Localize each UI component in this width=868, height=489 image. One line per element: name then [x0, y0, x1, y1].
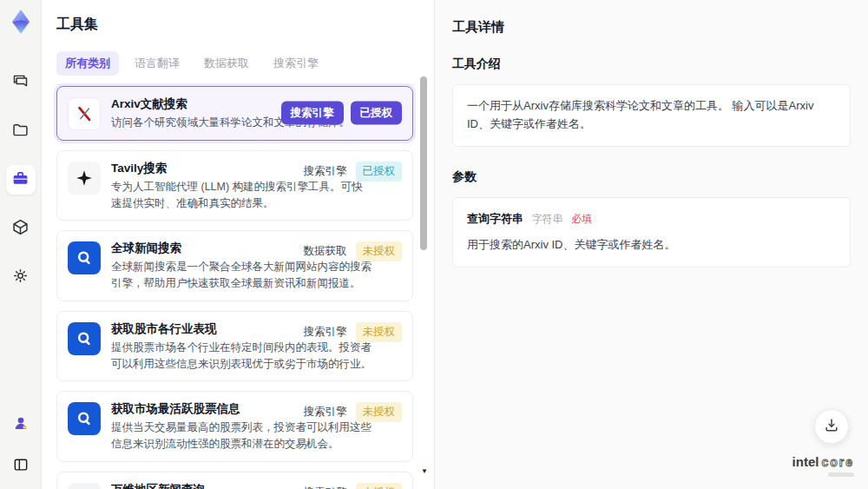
details-panel: 工具详情 工具介绍 一个用于从Arxiv存储库搜索科学论文和文章的工具。 输入可…: [434, 0, 868, 489]
intel-core-logo: intelcore: [792, 455, 854, 477]
sidebar: [0, 0, 42, 489]
intel-logo-sub-badge: [828, 472, 854, 477]
scrollbar-thumb[interactable]: [420, 76, 427, 250]
tool-card[interactable]: Arxiv文献搜索 访问各个研究领域大量科学论文和文章的存储库。 搜索引擎 已授…: [56, 86, 413, 141]
arxiv-logo-icon: [68, 97, 101, 130]
params-heading: 参数: [452, 169, 851, 185]
param-type: 字符串: [532, 213, 563, 225]
folder-icon: [11, 121, 30, 142]
tool-card[interactable]: Tavily搜索 专为人工智能代理 (LLM) 构建的搜索引擎工具。可快速提供实…: [56, 150, 413, 221]
param-required-badge: 必填: [571, 213, 592, 225]
tool-card-description: 全球新闻搜索是一个聚合全球各大新闻网站内容的搜索引擎，帮助用户快速获取全球最新资…: [111, 259, 373, 292]
tool-intro-text: 一个用于从Arxiv存储库搜索科学论文和文章的工具。 输入可以是Arxiv ID…: [452, 84, 851, 147]
tool-card[interactable]: 万维地区新闻查询 查询具体行政区划内的新闻，快速了解各地新闻动 搜索引擎 未授权: [56, 472, 413, 489]
sidebar-nav: [6, 68, 36, 292]
tool-card-description: 专为人工智能代理 (LLM) 构建的搜索引擎工具。可快速提供实时、准确和真实的结…: [111, 179, 373, 212]
tool-category-badge: 搜索引擎: [304, 325, 347, 340]
tool-card-tags: 数据获取 未授权: [304, 241, 403, 261]
download-icon: [823, 417, 840, 437]
tool-list: Arxiv文献搜索 访问各个研究领域大量科学论文和文章的存储库。 搜索引擎 已授…: [56, 86, 413, 489]
tool-card[interactable]: 获取股市各行业表现 提供股票市场各个行业在特定时间段内的表现。投资者可以利用这些…: [56, 311, 413, 382]
tool-card-tags: 搜索引擎 未授权: [304, 483, 403, 489]
newspaper-icon: [68, 483, 101, 489]
sidebar-item-chat[interactable]: [6, 68, 36, 97]
tool-auth-badge: 未授权: [356, 241, 403, 261]
tools-panel: 工具集 所有类别 语言翻译 数据获取 搜索引擎 Arxiv文献搜索 访问各个研究…: [42, 0, 434, 489]
tool-card[interactable]: 全球新闻搜索 全球新闻搜索是一个聚合全球各大新闻网站内容的搜索引擎，帮助用户快速…: [56, 230, 413, 301]
intro-heading: 工具介绍: [452, 56, 851, 72]
news-search-app-icon: [68, 402, 101, 435]
tool-category-badge: 搜索引擎: [304, 405, 347, 420]
sidebar-bottom: [6, 409, 36, 480]
tool-auth-badge: 已授权: [356, 162, 403, 182]
tool-category-badge: 搜索引擎: [281, 102, 344, 125]
app-logo-icon: [6, 7, 36, 36]
scroll-down-icon[interactable]: ▼: [421, 468, 428, 475]
tool-card-description: 提供股票市场各个行业在特定时间段内的表现。投资者可以利用这些信息来识别表现优于或…: [111, 340, 373, 373]
tool-auth-badge: 未授权: [356, 483, 403, 489]
tool-auth-badge: 未授权: [356, 402, 403, 422]
news-search-app-icon: [68, 322, 101, 355]
news-search-app-icon: [68, 241, 101, 274]
tool-card-tags: 搜索引擎 已授权: [304, 162, 403, 182]
tool-auth-badge: 未授权: [356, 322, 403, 342]
tool-card-description: 提供当天交易量最高的股票列表，投资者可以利用这些信息来识别流动性强的股票和潜在的…: [111, 420, 373, 453]
toolbox-icon: [11, 169, 30, 190]
chat-icon: [11, 72, 30, 93]
param-name: 查询字符串: [467, 212, 523, 225]
tool-card-tags: 搜索引擎 已授权: [281, 102, 403, 125]
package-icon: [11, 218, 30, 239]
tool-category-badge: 搜索引擎: [304, 164, 347, 179]
category-tab[interactable]: 所有类别: [56, 51, 119, 76]
tavily-star-icon: [68, 162, 101, 195]
tool-category-badge: 数据获取: [304, 244, 347, 259]
user-avatar-icon: [12, 414, 30, 434]
param-card: 查询字符串 字符串 必填 用于搜索的Arxiv ID、关键字或作者姓名。: [452, 197, 851, 268]
param-description: 用于搜索的Arxiv ID、关键字或作者姓名。: [467, 236, 836, 254]
list-scrollbar[interactable]: [420, 76, 427, 477]
user-account-button[interactable]: [6, 409, 36, 439]
tool-auth-badge: 已授权: [351, 102, 403, 125]
panel-toggle-icon: [12, 456, 30, 476]
sidebar-item-settings[interactable]: [6, 262, 36, 292]
tool-card[interactable]: 获取市场最活跃股票信息 提供当天交易量最高的股票列表，投资者可以利用这些信息来识…: [56, 391, 413, 462]
core-wordmark: core: [821, 455, 854, 469]
details-title: 工具详情: [452, 19, 851, 36]
sidebar-item-packages[interactable]: [6, 214, 36, 243]
app-window: 工具集 所有类别 语言翻译 数据获取 搜索引擎 Arxiv文献搜索 访问各个研究…: [0, 0, 868, 489]
param-header: 查询字符串 字符串 必填: [467, 210, 836, 228]
sidebar-item-tools[interactable]: [6, 165, 36, 195]
category-tab[interactable]: 搜索引擎: [265, 51, 327, 76]
category-tab[interactable]: 数据获取: [195, 51, 258, 76]
category-tabs: 所有类别 语言翻译 数据获取 搜索引擎: [56, 51, 413, 76]
page-title: 工具集: [56, 16, 413, 34]
settings-gear-icon: [11, 267, 30, 287]
category-tab[interactable]: 语言翻译: [126, 51, 188, 76]
tool-card-tags: 搜索引擎 未授权: [304, 402, 403, 422]
intel-wordmark: intel: [792, 454, 819, 469]
collapse-sidebar-button[interactable]: [6, 451, 36, 480]
download-button[interactable]: [814, 409, 849, 444]
tool-card-tags: 搜索引擎 未授权: [304, 322, 403, 342]
sidebar-item-files[interactable]: [6, 116, 36, 146]
tool-category-badge: 搜索引擎: [304, 486, 347, 489]
